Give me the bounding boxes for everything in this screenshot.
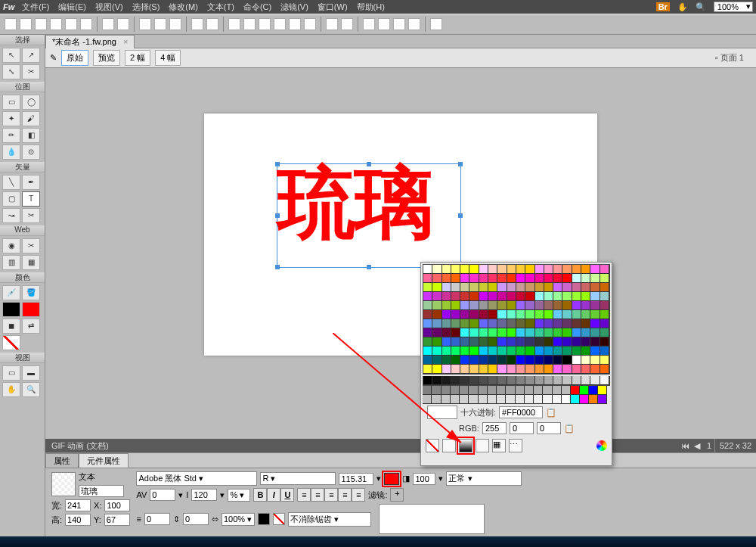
view-original[interactable]: 原始 [61,50,88,66]
leading-input[interactable] [191,489,217,501]
color-cell[interactable] [460,283,469,292]
hand-tool[interactable]: ✋ [2,382,20,397]
pattern-fill-icon[interactable] [476,439,489,452]
undo-icon[interactable] [102,18,114,30]
color-cell[interactable] [581,283,590,292]
color-cell[interactable] [442,347,451,356]
color-cell[interactable] [507,274,516,283]
color-cell[interactable] [479,347,488,356]
color-cell[interactable] [432,356,442,365]
color-cell[interactable] [469,337,479,347]
menu-modify[interactable]: 修改(M) [169,2,198,13]
menu-view[interactable]: 视图(V) [95,2,123,13]
color-cell[interactable] [535,301,544,310]
bring-front-icon[interactable] [228,18,240,30]
tab-properties[interactable]: 属性 [45,453,79,468]
object-name-input[interactable] [79,485,124,497]
color-cell[interactable] [572,328,581,337]
color-cell[interactable] [479,337,488,347]
color-cell[interactable] [525,265,534,274]
canvas-area[interactable]: 琉璃 [45,68,756,425]
color-cell[interactable] [581,310,590,319]
color-cell[interactable] [590,292,600,301]
color-cell[interactable] [488,265,497,274]
color-cell[interactable] [581,292,590,301]
scale-tool[interactable]: ⤡ [2,64,20,79]
document-tab[interactable]: *末命名 -1.fw.png × [45,35,135,48]
color-cell[interactable] [516,328,525,337]
color-cell[interactable] [488,319,497,328]
menu-text[interactable]: 文本(T) [207,2,234,13]
frame-first-icon[interactable]: ⏮ [680,441,689,450]
font-family-select[interactable]: Adobe 黑体 Std [136,471,257,486]
color-cell[interactable] [572,265,581,274]
color-cell[interactable] [432,283,442,292]
color-cell[interactable] [590,283,600,292]
color-cell[interactable] [590,328,600,337]
grey-cell[interactable] [506,386,515,395]
grey-cell[interactable] [460,376,469,385]
color-cell[interactable] [600,356,609,365]
color-cell[interactable] [544,365,553,374]
color-cell[interactable] [507,283,516,292]
color-cell[interactable] [535,319,544,328]
color-cell[interactable] [600,265,609,274]
zoom-level[interactable]: 100% [714,2,753,12]
grey-cell[interactable] [469,376,479,385]
grey-cell[interactable] [516,395,525,404]
color-cell[interactable] [497,337,507,347]
wand-tool[interactable]: ✦ [2,111,20,126]
accent-cell[interactable] [598,395,607,404]
color-cell[interactable] [488,347,497,356]
pen-tool[interactable]: ✒ [22,175,40,190]
color-cell[interactable] [581,265,590,274]
color-cell[interactable] [590,265,600,274]
stamp-tool[interactable]: ⊙ [22,145,40,160]
grey-cell[interactable] [442,376,451,385]
color-cell[interactable] [442,337,451,347]
font-size-input[interactable] [339,473,373,485]
color-cell[interactable] [497,274,507,283]
color-cell[interactable] [553,265,562,274]
grey-cell[interactable] [600,376,609,385]
grey-cell[interactable] [516,386,525,395]
color-cell[interactable] [451,365,460,374]
color-cell[interactable] [544,319,553,328]
color-cell[interactable] [535,274,544,283]
view-4up[interactable]: 4 幅 [155,50,181,66]
palette-icon[interactable]: ▦ [492,439,506,452]
color-cell[interactable] [460,356,469,365]
view-preview[interactable]: 预览 [93,50,120,66]
color-cell[interactable] [544,265,553,274]
handle-tl[interactable] [275,162,280,166]
color-cell[interactable] [442,328,451,337]
pointer-mode-icon[interactable]: ✎ [50,53,57,63]
color-cell[interactable] [562,301,572,310]
print-icon[interactable] [80,18,92,30]
height-input[interactable] [65,514,91,526]
grey-cell[interactable] [525,386,534,395]
grey-cell[interactable] [525,395,534,404]
no-stroke-icon[interactable] [273,513,285,525]
color-cell[interactable] [479,301,488,310]
grey-cell[interactable] [488,376,497,385]
filter-list[interactable] [379,504,485,534]
color-cell[interactable] [488,292,497,301]
color-cell[interactable] [469,292,479,301]
color-cell[interactable] [497,356,507,365]
grey-cell[interactable] [488,386,497,395]
color-cell[interactable] [479,292,488,301]
hide-slice-tool[interactable]: ▥ [2,255,20,270]
accent-swatches[interactable] [571,386,607,404]
color-cell[interactable] [423,310,432,319]
color-cell[interactable] [581,301,590,310]
color-cell[interactable] [497,301,507,310]
color-cell[interactable] [469,328,479,337]
color-cell[interactable] [572,292,581,301]
grey-cell[interactable] [543,395,552,404]
color-cell[interactable] [432,292,442,301]
color-cell[interactable] [553,292,562,301]
color-cell[interactable] [562,283,572,292]
color-cell[interactable] [516,319,525,328]
eraser-tool[interactable]: ◧ [22,128,40,143]
